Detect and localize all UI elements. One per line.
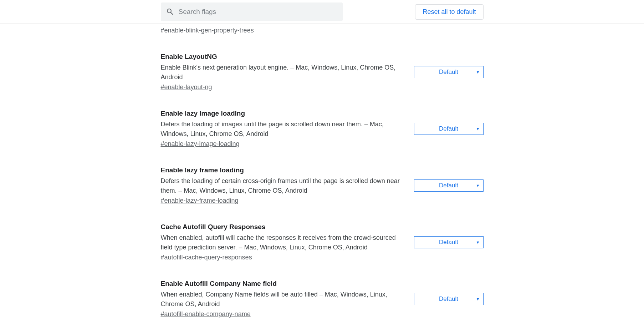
flag-select-wrap: Default ▼ bbox=[414, 66, 484, 78]
flag-permalink[interactable]: #enable-layout-ng bbox=[161, 83, 212, 91]
flag-select-wrap: Default ▼ bbox=[414, 123, 484, 135]
flag-title: Cache Autofill Query Responses bbox=[161, 223, 407, 231]
flag-description: Enable Blink's next generation layout en… bbox=[161, 63, 407, 82]
flag-select[interactable]: Default bbox=[414, 66, 484, 78]
flag-select-wrap: Default ▼ bbox=[414, 293, 484, 305]
flag-description: When enabled, autofill will cache the re… bbox=[161, 233, 407, 252]
flag-text: Enable Autofill Company Name field When … bbox=[161, 280, 407, 318]
flag-select[interactable]: Default bbox=[414, 293, 484, 305]
flag-select-wrap: Default ▼ bbox=[414, 179, 484, 192]
flag-permalink[interactable]: #autofill-enable-company-name bbox=[161, 310, 251, 318]
flag-description: When enabled, Company Name fields will b… bbox=[161, 290, 407, 309]
flag-select[interactable]: Default bbox=[414, 236, 484, 248]
search-container[interactable] bbox=[161, 2, 343, 21]
flag-select[interactable]: Default bbox=[414, 123, 484, 135]
flag-text: Enable LayoutNG Enable Blink's next gene… bbox=[161, 53, 407, 91]
flag-item: Enable lazy image loading Defers the loa… bbox=[161, 110, 484, 148]
flag-permalink[interactable]: #enable-lazy-frame-loading bbox=[161, 197, 239, 204]
flag-select[interactable]: Default bbox=[414, 179, 484, 192]
reset-all-button[interactable]: Reset all to default bbox=[415, 4, 483, 20]
flag-item: Enable LayoutNG Enable Blink's next gene… bbox=[161, 53, 484, 91]
flag-text: Enable lazy frame loading Defers the loa… bbox=[161, 166, 407, 204]
header: Reset all to default bbox=[0, 0, 644, 24]
flags-content: #enable-blink-gen-property-trees Enable … bbox=[161, 24, 484, 329]
flag-description: Defers the loading of certain cross-orig… bbox=[161, 176, 407, 196]
flag-title: Enable lazy frame loading bbox=[161, 166, 407, 174]
flag-item: Enable lazy frame loading Defers the loa… bbox=[161, 166, 484, 204]
flag-item: Cache Autofill Query Responses When enab… bbox=[161, 223, 484, 261]
flag-permalink[interactable]: #autofill-cache-query-responses bbox=[161, 254, 252, 261]
flag-title: Enable Autofill Company Name field bbox=[161, 280, 407, 288]
flag-title: Enable LayoutNG bbox=[161, 53, 407, 61]
flag-permalink[interactable]: #enable-lazy-image-loading bbox=[161, 140, 240, 148]
flag-permalink[interactable]: #enable-blink-gen-property-trees bbox=[161, 27, 254, 34]
flag-select-wrap: Default ▼ bbox=[414, 236, 484, 248]
search-input[interactable] bbox=[174, 8, 338, 16]
flag-text: Enable lazy image loading Defers the loa… bbox=[161, 110, 407, 148]
flag-description: Defers the loading of images until the p… bbox=[161, 120, 407, 139]
header-inner: Reset all to default bbox=[161, 0, 484, 24]
flag-title: Enable lazy image loading bbox=[161, 110, 407, 117]
search-icon bbox=[166, 7, 174, 16]
flag-item: Enable Autofill Company Name field When … bbox=[161, 280, 484, 318]
flag-text: Cache Autofill Query Responses When enab… bbox=[161, 223, 407, 261]
